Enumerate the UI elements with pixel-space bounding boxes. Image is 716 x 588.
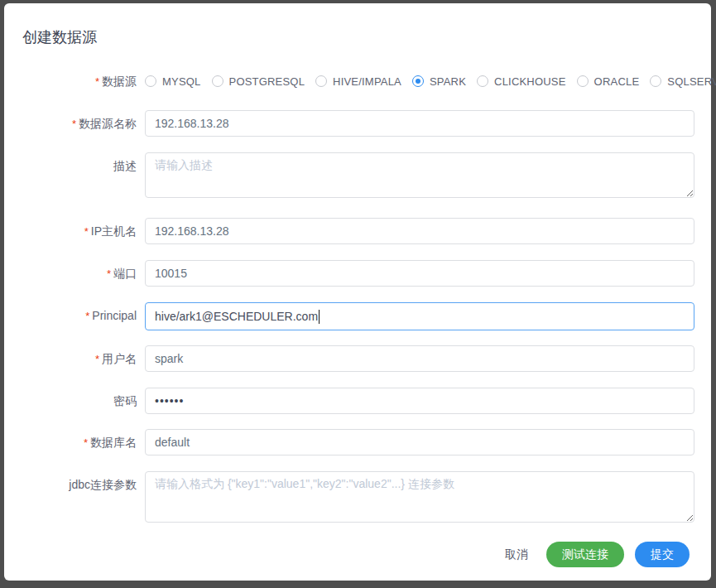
radio-option-oracle[interactable]: ORACLE: [577, 75, 640, 88]
field-label-ip-host: *IP主机名: [22, 218, 145, 245]
radio-option-label: SPARK: [430, 75, 466, 88]
required-asterisk: *: [85, 310, 89, 322]
form-row-description: 描述: [22, 152, 694, 198]
database-name-input[interactable]: [145, 429, 694, 455]
radio-option-label: POSTGRESQL: [229, 75, 305, 88]
radio-option-postgresql[interactable]: POSTGRESQL: [212, 75, 305, 88]
form-row-username: *用户名: [22, 345, 694, 373]
field-label-text: 描述: [113, 159, 137, 172]
form-row-jdbc-params: jdbc连接参数: [22, 471, 694, 523]
required-asterisk: *: [95, 353, 99, 365]
radio-option-clickhouse[interactable]: CLICKHOUSE: [477, 75, 566, 88]
radio-icon: [650, 75, 661, 87]
form-row-database-name: *数据库名: [22, 429, 694, 456]
field-label-text: 数据源: [102, 75, 137, 88]
radio-option-hive-impala[interactable]: HIVE/IMPALA: [315, 75, 401, 88]
jdbc-params-textarea[interactable]: [145, 471, 694, 523]
field-label-text: 密码: [113, 394, 137, 407]
required-asterisk: *: [84, 436, 88, 449]
radio-icon: [477, 75, 488, 87]
field-label-description: 描述: [22, 152, 145, 179]
radio-selected-icon: [412, 75, 424, 87]
field-label-username: *用户名: [22, 345, 145, 373]
form-row-ip-host: *IP主机名: [22, 218, 694, 245]
field-label-datasource-name: *数据源名称: [22, 110, 145, 137]
field-label-text: 数据库名: [90, 436, 137, 449]
radio-option-label: ORACLE: [594, 75, 640, 88]
radio-option-spark[interactable]: SPARK: [412, 75, 466, 88]
principal-value: hive/ark1@ESCHEDULER.com: [155, 310, 318, 323]
description-textarea[interactable]: [145, 152, 694, 198]
form-row-port: *端口: [22, 260, 694, 287]
dialog-title: 创建数据源: [22, 28, 694, 46]
radio-option-label: MYSQL: [162, 75, 201, 88]
radio-option-label: HIVE/IMPALA: [333, 75, 401, 88]
field-label-text: jdbc连接参数: [69, 478, 137, 491]
dialog-footer: 取消 测试连接 提交: [22, 542, 694, 567]
field-label-text: 数据源名称: [79, 117, 137, 130]
port-input[interactable]: [145, 260, 694, 287]
field-label-jdbc-params: jdbc连接参数: [22, 471, 145, 498]
submit-button[interactable]: 提交: [635, 542, 690, 567]
radio-option-sqlserver[interactable]: SQLSERVER: [650, 75, 716, 88]
field-label-principal: *Principal: [22, 302, 145, 330]
ip-host-input[interactable]: [145, 218, 694, 244]
field-label-password: 密码: [22, 388, 145, 414]
username-input[interactable]: [145, 345, 694, 372]
radio-icon: [145, 75, 156, 87]
required-asterisk: *: [72, 118, 76, 130]
field-label-datasource-type: *数据源: [22, 68, 145, 95]
form-row-password: 密码: [22, 388, 694, 414]
field-label-port: *端口: [22, 260, 145, 287]
datasource-type-radio-group: MYSQL POSTGRESQL HIVE/IMPALA SPARK CLICK…: [145, 68, 694, 94]
cancel-button[interactable]: 取消: [498, 542, 535, 567]
required-asterisk: *: [107, 267, 111, 280]
test-connection-button[interactable]: 测试连接: [546, 542, 624, 567]
form-row-datasource-name: *数据源名称: [22, 110, 694, 137]
required-asterisk: *: [95, 75, 99, 88]
field-label-text: Principal: [92, 309, 137, 322]
password-input[interactable]: [145, 388, 694, 414]
required-asterisk: *: [84, 225, 89, 238]
radio-option-label: CLICKHOUSE: [494, 75, 566, 88]
radio-icon: [212, 75, 223, 87]
datasource-name-input[interactable]: [145, 110, 694, 137]
radio-option-mysql[interactable]: MYSQL: [145, 75, 201, 88]
principal-input[interactable]: hive/ark1@ESCHEDULER.com: [145, 302, 694, 330]
form-row-principal: *Principal hive/ark1@ESCHEDULER.com: [22, 302, 694, 330]
field-label-text: 用户名: [102, 352, 137, 365]
field-label-database-name: *数据库名: [22, 429, 145, 456]
text-cursor: [319, 310, 320, 324]
create-datasource-dialog: 创建数据源 *数据源 MYSQL POSTGRESQL HIVE/IMPALA …: [4, 3, 711, 581]
form-row-datasource-type: *数据源 MYSQL POSTGRESQL HIVE/IMPALA SPARK …: [22, 68, 694, 95]
radio-option-label: SQLSERVER: [667, 75, 716, 88]
radio-icon: [315, 75, 327, 87]
field-label-text: 端口: [113, 267, 137, 280]
field-label-text: IP主机名: [91, 224, 137, 238]
radio-icon: [577, 75, 589, 87]
